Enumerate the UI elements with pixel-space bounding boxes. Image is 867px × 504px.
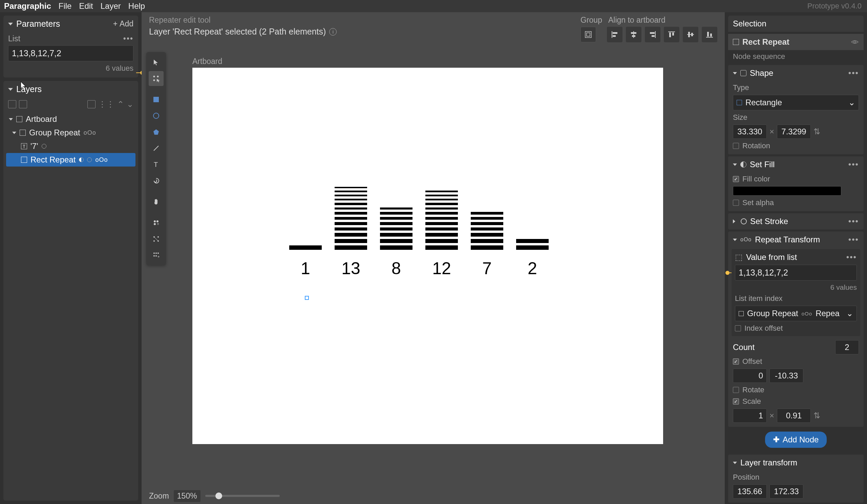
selection-info: Layer 'Rect Repeat' selected (2 Path ele…: [149, 27, 326, 36]
link-dims-icon[interactable]: ⇅: [813, 411, 820, 420]
rotation-label: Rotation: [742, 142, 770, 150]
svg-rect-0: [585, 32, 591, 37]
selected-layer-pill[interactable]: Rect Repeat: [728, 34, 864, 50]
bar-column[interactable]: 7: [471, 212, 503, 278]
collapse-icon[interactable]: [733, 164, 737, 166]
section-menu-icon[interactable]: •••: [848, 68, 859, 78]
collapse-icon[interactable]: [733, 462, 737, 464]
collapse-icon[interactable]: [733, 72, 737, 75]
bar-column[interactable]: 13: [335, 187, 367, 278]
spiral-tool[interactable]: [149, 173, 163, 188]
bar-label: 1: [301, 259, 310, 278]
expand-icon[interactable]: [12, 132, 16, 134]
collapse-icon[interactable]: [8, 23, 13, 25]
bar-column[interactable]: 8: [380, 208, 413, 278]
selection-handle[interactable]: [305, 296, 309, 300]
count-input[interactable]: [835, 340, 859, 354]
info-icon[interactable]: i: [329, 28, 336, 35]
grid-tool[interactable]: +: [149, 248, 163, 263]
rotation-checkbox[interactable]: [733, 143, 739, 149]
text-tool[interactable]: T: [149, 157, 163, 172]
scale-y-input[interactable]: [777, 408, 811, 423]
svg-line-36: [154, 237, 158, 241]
layer-up-icon[interactable]: ⌃: [117, 99, 124, 109]
select-tool[interactable]: [149, 55, 163, 70]
rect-tool[interactable]: [149, 92, 163, 107]
scale-x-input[interactable]: [733, 408, 767, 423]
menu-layer[interactable]: Layer: [100, 1, 121, 11]
menu-edit[interactable]: Edit: [79, 1, 93, 11]
link-dims-icon[interactable]: ⇅: [813, 127, 820, 136]
collapse-icon[interactable]: [733, 239, 737, 241]
zoom-thumb[interactable]: [215, 493, 222, 499]
distribute-tool[interactable]: [149, 231, 163, 246]
rotate-checkbox[interactable]: [733, 387, 739, 393]
index-offset-checkbox[interactable]: [735, 325, 741, 331]
tree-rect-repeat[interactable]: Rect Repeat oOo: [6, 153, 136, 166]
rotate-label: Rotate: [742, 385, 764, 394]
shape-type-select[interactable]: Rectangle ⌄: [733, 95, 859, 110]
polygon-tool[interactable]: [149, 124, 163, 140]
offset-y-input[interactable]: [769, 369, 803, 383]
repeat-section: oOo Repeat Transform ••• ⬚ Value from li…: [728, 231, 864, 427]
layer-transform-section: Layer transform Position: [728, 454, 864, 503]
fill-color-checkbox[interactable]: ✓: [733, 176, 739, 182]
offset-x-input[interactable]: [733, 369, 767, 383]
node-tool[interactable]: [149, 71, 163, 86]
bar-segment: [335, 199, 367, 201]
add-node-button[interactable]: ✚ Add Node: [765, 431, 827, 448]
repeat-list-input[interactable]: [735, 265, 857, 281]
width-input[interactable]: [733, 124, 767, 139]
new-artboard-icon[interactable]: [8, 100, 16, 108]
height-input[interactable]: [777, 124, 811, 139]
connector-in-icon[interactable]: [726, 271, 734, 275]
ellipse-tool[interactable]: [149, 108, 163, 123]
fill-color-swatch[interactable]: [733, 186, 841, 196]
layer-opt1-icon[interactable]: [87, 100, 96, 108]
submenu-icon[interactable]: •••: [846, 252, 857, 262]
svg-rect-4: [613, 35, 616, 37]
section-menu-icon[interactable]: •••: [848, 160, 859, 169]
artboard[interactable]: 11381272: [192, 68, 663, 444]
svg-point-20: [153, 76, 155, 77]
tree-text7[interactable]: T '7': [6, 140, 136, 153]
list-menu-icon[interactable]: •••: [123, 34, 133, 43]
menu-help[interactable]: Help: [128, 1, 145, 11]
visibility-icon[interactable]: [851, 39, 859, 45]
line-tool[interactable]: [149, 141, 163, 156]
set-alpha-checkbox[interactable]: [733, 200, 739, 206]
pos-y-input[interactable]: [769, 484, 803, 498]
layer-down-icon[interactable]: ⌄: [127, 99, 133, 109]
bar-segment: [425, 239, 458, 243]
section-menu-icon[interactable]: •••: [848, 217, 859, 226]
canvas[interactable]: Artboard 11381272: [141, 38, 725, 488]
layers-title: Layers: [16, 84, 42, 94]
hand-tool[interactable]: [149, 194, 163, 209]
bar-segment: [425, 245, 458, 250]
new-layer-icon[interactable]: [19, 100, 27, 108]
layer-opt2-icon[interactable]: ⋮⋮: [98, 99, 115, 109]
menu-file[interactable]: File: [58, 1, 72, 11]
zoom-slider[interactable]: [205, 495, 280, 497]
bar-label: 2: [528, 259, 537, 278]
bar-column[interactable]: 1: [289, 245, 322, 278]
add-parameter-button[interactable]: + Add: [113, 19, 133, 29]
expand-icon[interactable]: [733, 219, 737, 223]
list-input[interactable]: [8, 45, 133, 61]
parameters-panel: Parameters + Add List ••• 6 values: [3, 15, 138, 77]
bar-column[interactable]: 12: [425, 190, 458, 278]
add-repeat-tool[interactable]: +: [149, 215, 163, 230]
scale-checkbox[interactable]: ✓: [733, 398, 739, 405]
bar-segment: [516, 239, 549, 243]
tree-artboard[interactable]: Artboard: [6, 112, 136, 126]
svg-point-28: [154, 220, 156, 222]
section-menu-icon[interactable]: •••: [848, 235, 859, 244]
pos-x-input[interactable]: [733, 484, 767, 498]
collapse-icon[interactable]: [8, 88, 13, 91]
bar-column[interactable]: 2: [516, 239, 549, 278]
offset-checkbox[interactable]: ✓: [733, 359, 739, 364]
expand-icon[interactable]: [9, 118, 13, 121]
rect-icon: [733, 39, 739, 45]
tree-group-repeat[interactable]: Group Repeat oOo: [6, 126, 136, 140]
index-select[interactable]: Group Repeat oOo Repea ⌄: [735, 306, 857, 321]
